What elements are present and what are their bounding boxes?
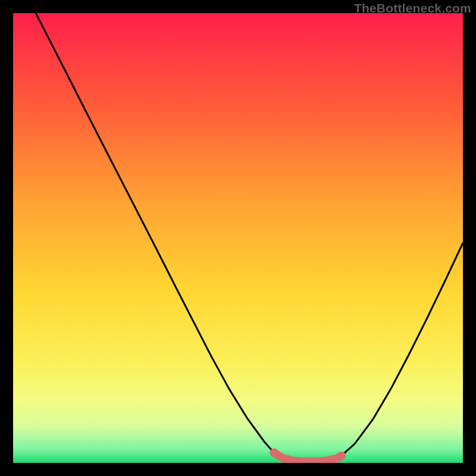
- chart-svg: [13, 13, 463, 463]
- gradient-background: [13, 13, 463, 463]
- optimal-marker: [337, 452, 346, 460]
- bottleneck-chart: [13, 13, 463, 463]
